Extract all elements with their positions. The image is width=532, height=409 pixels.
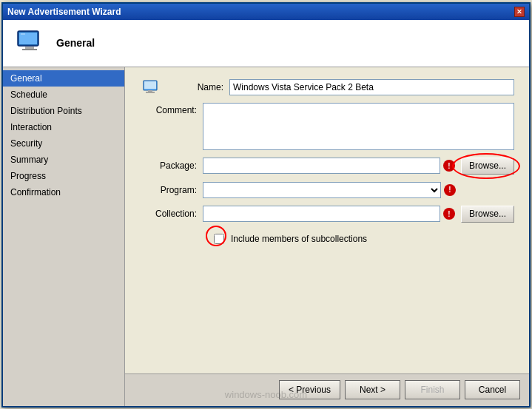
sidebar-item-general[interactable]: General bbox=[3, 70, 124, 87]
sidebar-item-schedule[interactable]: Schedule bbox=[3, 87, 124, 103]
program-input-group: ! bbox=[203, 182, 514, 198]
wizard-icon bbox=[12, 25, 47, 61]
sidebar-item-distribution-points[interactable]: Distribution Points bbox=[3, 103, 124, 119]
svg-rect-2 bbox=[25, 47, 34, 49]
svg-rect-3 bbox=[22, 49, 37, 50]
collection-browse-button[interactable]: Browse... bbox=[461, 206, 514, 223]
collection-input[interactable] bbox=[203, 206, 440, 222]
finish-button[interactable]: Finish bbox=[405, 380, 460, 399]
header-title: General bbox=[56, 37, 95, 49]
header-section: General bbox=[3, 20, 529, 67]
sidebar-item-progress[interactable]: Progress bbox=[3, 168, 124, 184]
sidebar: General Schedule Distribution Points Int… bbox=[3, 67, 125, 406]
subcollections-checkbox-wrapper bbox=[210, 230, 228, 248]
package-alert-icon: ! bbox=[443, 160, 455, 172]
comment-label: Comment: bbox=[140, 105, 203, 115]
collection-row: Collection: ! Browse... bbox=[140, 206, 514, 223]
comment-row: Comment: bbox=[140, 103, 514, 150]
name-label: Name: bbox=[166, 82, 229, 92]
program-row: Program: ! bbox=[140, 182, 514, 198]
form-area: Name: Comment: Package: ! Br bbox=[125, 67, 529, 373]
subcollections-label: Include members of subcollections bbox=[231, 234, 367, 244]
sidebar-item-summary[interactable]: Summary bbox=[3, 152, 124, 168]
comment-input[interactable] bbox=[203, 103, 514, 150]
dialog: New Advertisement Wizard ✕ General Gener… bbox=[1, 2, 531, 408]
cancel-button[interactable]: Cancel bbox=[465, 380, 520, 399]
svg-rect-8 bbox=[146, 92, 155, 93]
previous-button[interactable]: < Previous bbox=[279, 380, 340, 399]
name-input[interactable] bbox=[229, 79, 514, 95]
title-bar: New Advertisement Wizard ✕ bbox=[3, 4, 529, 20]
program-alert-icon: ! bbox=[444, 184, 456, 196]
sidebar-item-interaction[interactable]: Interaction bbox=[3, 119, 124, 135]
collection-alert-icon: ! bbox=[443, 208, 455, 220]
next-button[interactable]: Next > bbox=[345, 380, 400, 399]
svg-rect-6 bbox=[144, 81, 156, 89]
package-input[interactable] bbox=[203, 158, 440, 174]
package-browse-button[interactable]: Browse... bbox=[461, 158, 514, 175]
name-row-icon bbox=[140, 79, 164, 95]
subcollections-checkbox[interactable] bbox=[214, 234, 224, 244]
package-input-group: ! Browse... bbox=[203, 158, 514, 175]
close-button[interactable]: ✕ bbox=[514, 7, 525, 17]
collection-label: Collection: bbox=[140, 209, 203, 219]
package-label: Package: bbox=[140, 160, 203, 171]
program-select[interactable] bbox=[203, 182, 441, 198]
dialog-title: New Advertisement Wizard bbox=[7, 7, 121, 17]
main-panel: Name: Comment: Package: ! Br bbox=[125, 67, 529, 406]
content-area: General Schedule Distribution Points Int… bbox=[3, 67, 529, 406]
program-label: Program: bbox=[140, 185, 203, 195]
svg-rect-7 bbox=[148, 90, 152, 92]
sidebar-item-security[interactable]: Security bbox=[3, 135, 124, 152]
bottom-bar: < Previous Next > Finish Cancel bbox=[125, 373, 529, 406]
name-row: Name: bbox=[140, 79, 514, 95]
sidebar-item-confirmation[interactable]: Confirmation bbox=[3, 184, 124, 200]
subcollections-row: Include members of subcollections bbox=[210, 230, 514, 248]
collection-input-group: ! Browse... bbox=[203, 206, 514, 223]
package-row: Package: ! Browse... bbox=[140, 158, 514, 175]
package-browse-highlight: Browse... bbox=[458, 158, 514, 175]
